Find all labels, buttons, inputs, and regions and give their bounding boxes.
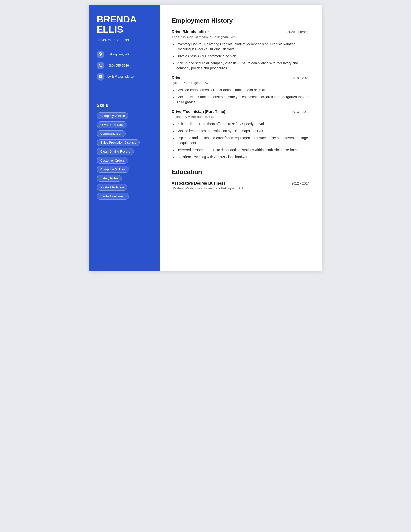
edu-degree: Associate's Degree Business [172, 181, 225, 185]
job-location: Bellingham, WA [187, 81, 210, 85]
list-item: Experience working with various Cisco ha… [177, 154, 309, 160]
job-meta: The Coca-Cola CompanyBellingham, WA [172, 35, 309, 39]
job-dates: 2020 - Present [287, 30, 309, 34]
list-item: Inventory Control, Delivering Product, P… [177, 42, 309, 52]
email-text: bellis@example.com [107, 75, 136, 78]
list-item: Choose best routes to destination by usi… [177, 128, 309, 133]
phone-icon [97, 62, 104, 69]
edu-header: Associate's Degree Business 2012 - 2014 [172, 181, 309, 185]
list-item: Communicated and demonstrated safety rul… [177, 95, 309, 105]
job-title: Driver [172, 76, 183, 80]
job-entry: Driver/Technician (Part-Time) 2013 - 201… [172, 110, 309, 160]
skill-badge: Rental Equipment [97, 193, 129, 200]
location-icon [97, 50, 104, 58]
job-bullets: Pick up clients Drop them off Ensure saf… [177, 121, 309, 160]
job-company: Zodiac US [172, 115, 187, 118]
skill-badge: Product Rotation [97, 184, 127, 190]
list-item: Certified endorsement CDL for double, ta… [177, 87, 309, 93]
phone-item: (980) 555-5546 [97, 62, 152, 69]
first-name: BRENDA [97, 14, 137, 24]
skill-badge: Communication [97, 130, 126, 137]
candidate-title: Driver/Merchandiser [97, 38, 152, 42]
skill-badge: Safety Rules [97, 175, 122, 182]
location-text: Bellingham, WA [107, 52, 130, 56]
location-item: Bellingham, WA [97, 50, 152, 58]
main-content: Employment History Driver/Merchandiser 2… [159, 5, 322, 271]
job-location: Bellingham, WA [191, 115, 214, 118]
last-name: ELLIS [97, 24, 123, 35]
skill-badge: Clean Driving Record [97, 148, 134, 155]
contact-section: Bellingham, WA (980) 555-5546 bellis@exa… [97, 50, 152, 84]
list-item: Delivered customer orders to depot and s… [177, 148, 309, 152]
job-company: The Coca-Cola Company [172, 35, 208, 39]
education-entry: Associate's Degree Business 2012 - 2014 … [172, 181, 309, 190]
job-company: Lynden [172, 81, 182, 85]
job-title: Driver/Merchandiser [172, 30, 209, 34]
employment-heading: Employment History [172, 17, 309, 24]
job-title: Driver/Technician (Part-Time) [172, 110, 225, 114]
email-item: bellis@example.com [97, 73, 152, 81]
job-meta: Zodiac USBellingham, WA [172, 115, 309, 118]
skills-list: Company VehicleOxygen TherapyCommunicati… [97, 113, 152, 202]
candidate-name: BRENDA ELLIS [97, 15, 152, 35]
skill-badge: Customer Orders [97, 157, 128, 164]
job-bullets: Inventory Control, Delivering Product, P… [177, 42, 309, 71]
list-item: Pick up and secure all company assests -… [177, 61, 309, 71]
skill-badge: Oxygen Therapy [97, 121, 127, 128]
edu-dates: 2012 - 2014 [291, 181, 309, 185]
dot-separator [188, 116, 189, 117]
sidebar-divider [97, 96, 152, 96]
job-dates: 2019 - 2020 [291, 76, 309, 80]
sidebar: BRENDA ELLIS Driver/Merchandiser Belling… [89, 5, 159, 271]
job-location: Bellingham, WA [213, 35, 236, 39]
skills-section: Skills Company VehicleOxygen TherapyComm… [97, 103, 152, 202]
job-bullets: Certified endorsement CDL for double, ta… [177, 87, 309, 105]
education-container: Associate's Degree Business 2012 - 2014 … [172, 181, 309, 190]
dot-separator [219, 188, 220, 189]
job-entry: Driver 2019 - 2020 LyndenBellingham, WAC… [172, 76, 309, 105]
dot-separator [210, 36, 211, 38]
skill-badge: Company Policies [97, 166, 129, 173]
jobs-container: Driver/Merchandiser 2020 - Present The C… [172, 30, 309, 160]
job-meta: LyndenBellingham, WA [172, 81, 309, 85]
skill-badge: Company Vehicle [97, 113, 128, 119]
job-entry: Driver/Merchandiser 2020 - Present The C… [172, 30, 309, 71]
dot-separator [184, 82, 185, 83]
phone-text: (980) 555-5546 [107, 64, 129, 67]
education-heading: Education [172, 168, 309, 176]
edu-school: Western Washington University [172, 186, 217, 190]
skills-heading: Skills [97, 103, 152, 108]
list-item: Inspected and maintained crane/boom equi… [177, 135, 309, 146]
job-dates: 2013 - 2014 [291, 110, 309, 114]
edu-meta: Western Washington University Bellingham… [172, 186, 309, 190]
skill-badge: Sales Promotion Displays [97, 139, 140, 146]
list-item: Pick up clients Drop them off Ensure saf… [177, 121, 309, 126]
list-item: Drive a Class A CDL commercial vehicle. [177, 54, 309, 59]
edu-location: Bellingham, CA [221, 186, 244, 190]
email-icon [97, 73, 104, 81]
